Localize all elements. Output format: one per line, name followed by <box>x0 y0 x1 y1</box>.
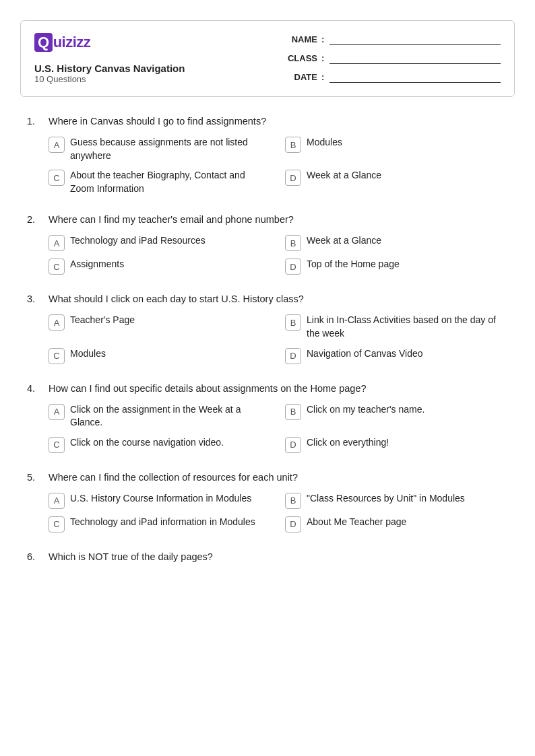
q3-letter-a: A <box>49 314 65 331</box>
question-4-num: 4. <box>27 383 42 394</box>
question-3-num: 3. <box>27 294 42 304</box>
q2-text-c: Assignments <box>70 258 124 271</box>
q1-text-c: About the teacher Biography, Contact and… <box>70 169 272 195</box>
q5-text-a: U.S. History Course Information in Modul… <box>70 492 251 506</box>
q2-letter-c: C <box>49 259 65 275</box>
q4-text-c: Click on the course navigation video. <box>70 436 224 450</box>
q4-letter-b: B <box>285 404 301 420</box>
date-row: DATE : <box>285 71 501 83</box>
question-4-answers: A Click on the assignment in the Week at… <box>49 403 508 453</box>
question-2: 2. Where can I find my teacher's email a… <box>27 214 508 275</box>
q5-letter-c: C <box>49 516 65 532</box>
q5-answer-a: A U.S. History Course Information in Mod… <box>49 492 272 509</box>
q1-letter-a: A <box>49 137 65 153</box>
question-6: 6. Which is NOT true of the daily pages? <box>27 551 508 562</box>
q2-letter-a: A <box>49 235 65 251</box>
question-1-num: 1. <box>27 116 42 127</box>
q4-letter-a: A <box>49 404 65 420</box>
q1-text-d: Week at a Glance <box>307 169 381 182</box>
question-5-num: 5. <box>27 472 42 483</box>
quiz-logo-section: Quizizz U.S. History Canvas Navigation 1… <box>34 33 185 84</box>
q4-answer-d: D Click on everything! <box>285 436 508 453</box>
q3-letter-c: C <box>49 348 65 364</box>
name-row: NAME : <box>285 33 501 45</box>
name-fields: NAME : CLASS : DATE : <box>285 33 501 83</box>
q3-text-d: Navigation of Canvas Video <box>307 347 423 361</box>
q5-letter-d: D <box>285 516 301 532</box>
q2-letter-d: D <box>285 259 301 275</box>
name-label: NAME <box>285 34 317 44</box>
q4-text-a: Click on the assignment in the Week at a… <box>70 403 272 429</box>
q1-answer-d: D Week at a Glance <box>285 169 508 195</box>
question-4-text: 4. How can I find out specific details a… <box>27 383 508 394</box>
question-3-text: 3. What should I click on each day to st… <box>27 294 508 304</box>
question-1-body: Where in Canvas should I go to find assi… <box>49 116 266 127</box>
q4-letter-c: C <box>49 437 65 453</box>
q2-text-b: Week at a Glance <box>307 234 381 248</box>
question-5-body: Where can I find the collection of resou… <box>49 472 298 483</box>
date-label: DATE <box>285 72 317 82</box>
q1-letter-b: B <box>285 137 301 153</box>
question-2-answers: A Technology and iPad Resources B Week a… <box>49 234 508 275</box>
q1-answer-a: A Guess because assignments are not list… <box>49 136 272 162</box>
q4-answer-b: B Click on my teacher's name. <box>285 403 508 429</box>
q3-answer-d: D Navigation of Canvas Video <box>285 347 508 364</box>
question-2-num: 2. <box>27 214 42 225</box>
q2-answer-d: D Top of the Home page <box>285 258 508 275</box>
q2-answer-a: A Technology and iPad Resources <box>49 234 272 251</box>
question-3-body: What should I click on each day to start… <box>49 294 304 304</box>
q2-answer-b: B Week at a Glance <box>285 234 508 251</box>
q2-text-d: Top of the Home page <box>307 258 400 271</box>
question-5-text: 5. Where can I find the collection of re… <box>27 472 508 483</box>
q5-answer-d: D About Me Teacher page <box>285 516 508 532</box>
q3-text-c: Modules <box>70 347 106 361</box>
q5-text-c: Technology and iPad information in Modul… <box>70 516 255 529</box>
question-5-answers: A U.S. History Course Information in Mod… <box>49 492 508 532</box>
question-6-body: Which is NOT true of the daily pages? <box>49 551 213 562</box>
name-line[interactable] <box>329 33 501 45</box>
q1-answer-c: C About the teacher Biography, Contact a… <box>49 169 272 195</box>
q1-text-b: Modules <box>307 136 342 149</box>
quiz-count: 10 Questions <box>34 74 185 84</box>
class-label: CLASS <box>285 53 317 63</box>
q1-letter-d: D <box>285 170 301 186</box>
question-6-text: 6. Which is NOT true of the daily pages? <box>27 551 508 562</box>
q4-answer-a: A Click on the assignment in the Week at… <box>49 403 272 429</box>
q4-text-b: Click on my teacher's name. <box>307 403 424 417</box>
q-icon: Q <box>34 33 53 52</box>
question-6-num: 6. <box>27 551 42 562</box>
q1-text-a: Guess because assignments are not listed… <box>70 136 272 162</box>
q2-answer-c: C Assignments <box>49 258 272 275</box>
question-2-text: 2. Where can I find my teacher's email a… <box>27 214 508 225</box>
q5-answer-b: B "Class Resources by Unit" in Modules <box>285 492 508 509</box>
q4-answer-c: C Click on the course navigation video. <box>49 436 272 453</box>
q3-letter-d: D <box>285 348 301 364</box>
question-5: 5. Where can I find the collection of re… <box>27 472 508 532</box>
q3-text-b: Link in In-Class Activities based on the… <box>307 314 508 340</box>
date-line[interactable] <box>329 71 501 83</box>
q2-letter-b: B <box>285 235 301 251</box>
quiz-title: U.S. History Canvas Navigation <box>34 63 185 74</box>
question-1-answers: A Guess because assignments are not list… <box>49 136 508 195</box>
q3-answer-a: A Teacher's Page <box>49 314 272 340</box>
quiz-header: Quizizz U.S. History Canvas Navigation 1… <box>20 20 515 97</box>
questions-section: 1. Where in Canvas should I go to find a… <box>20 116 515 562</box>
question-3-answers: A Teacher's Page B Link in In-Class Acti… <box>49 314 508 364</box>
q3-letter-b: B <box>285 314 301 331</box>
q5-letter-b: B <box>285 493 301 509</box>
q3-answer-c: C Modules <box>49 347 272 364</box>
class-row: CLASS : <box>285 52 501 64</box>
question-1: 1. Where in Canvas should I go to find a… <box>27 116 508 195</box>
q4-text-d: Click on everything! <box>307 436 389 450</box>
question-3: 3. What should I click on each day to st… <box>27 294 508 364</box>
q2-text-a: Technology and iPad Resources <box>70 234 206 248</box>
q1-letter-c: C <box>49 170 65 186</box>
class-line[interactable] <box>329 52 501 64</box>
q3-answer-b: B Link in In-Class Activities based on t… <box>285 314 508 340</box>
question-2-body: Where can I find my teacher's email and … <box>49 214 294 225</box>
q5-text-d: About Me Teacher page <box>307 516 406 529</box>
q3-text-a: Teacher's Page <box>70 314 135 327</box>
q5-text-b: "Class Resources by Unit" in Modules <box>307 492 465 506</box>
q1-answer-b: B Modules <box>285 136 508 162</box>
q4-letter-d: D <box>285 437 301 453</box>
